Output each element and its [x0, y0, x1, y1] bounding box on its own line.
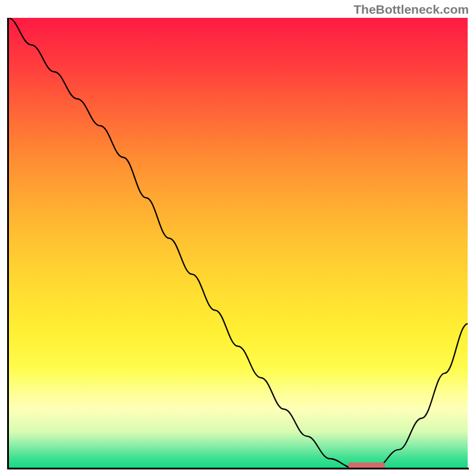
y-axis — [7, 18, 9, 469]
marker-bar — [348, 462, 385, 468]
chart-svg — [8, 18, 468, 468]
watermark-text: TheBottleneck.com — [353, 2, 469, 17]
x-axis — [7, 468, 469, 469]
curve-line — [8, 18, 468, 468]
plot-area — [8, 18, 468, 468]
chart-container: TheBottleneck.com — [0, 0, 476, 476]
